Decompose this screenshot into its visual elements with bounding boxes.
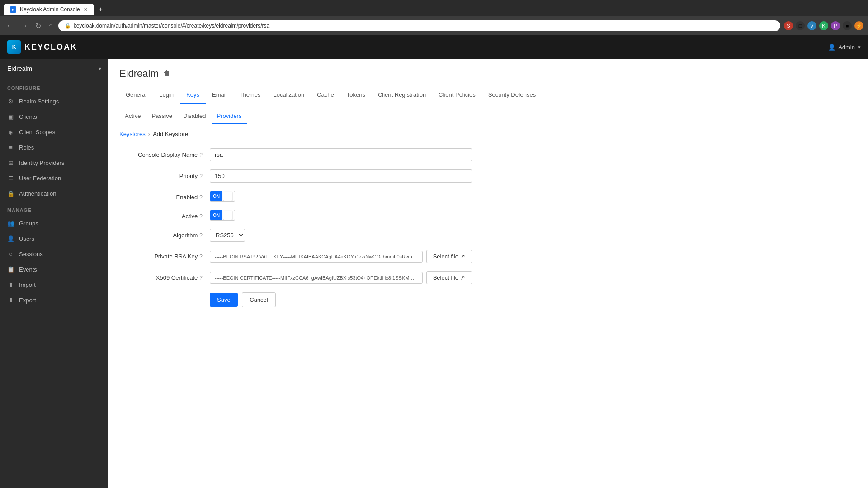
user-menu[interactable]: 👤 Admin ▾ — [828, 44, 861, 51]
tab-title: Keycloak Admin Console — [20, 6, 80, 13]
sub-tab-providers[interactable]: Providers — [212, 109, 247, 124]
cancel-button[interactable]: Cancel — [242, 292, 275, 307]
forward-button[interactable]: → — [19, 20, 30, 32]
priority-control — [210, 169, 472, 183]
tab-themes[interactable]: Themes — [233, 87, 267, 104]
sidebar-item-users[interactable]: 👤 Users — [0, 231, 108, 246]
home-button[interactable]: ⌂ — [47, 20, 55, 32]
enabled-toggle-group: ON — [210, 191, 472, 202]
tab-close-button[interactable]: ✕ — [84, 7, 88, 13]
private-rsa-key-select-file-button[interactable]: Select file ↗ — [426, 250, 472, 263]
extension-icon-5[interactable]: P — [831, 21, 840, 30]
enabled-toggle[interactable]: ON — [210, 191, 235, 202]
enabled-toggle-on-label: ON — [210, 191, 222, 201]
active-tab[interactable]: K Keycloak Admin Console ✕ — [4, 4, 94, 15]
extension-icon-7[interactable]: ⚡ — [854, 21, 863, 30]
realm-name: Eidrealm — [7, 65, 32, 72]
sub-tab-disabled[interactable]: Disabled — [178, 109, 212, 124]
keystores-breadcrumb-link[interactable]: Keystores — [119, 131, 146, 137]
address-bar[interactable]: 🔒 keycloak.domain/auth/admin/master/cons… — [58, 20, 780, 31]
x509-cert-file-group: -----BEGIN CERTIFICATE-----MIIFxzCCA6+gA… — [210, 271, 472, 284]
x509-cert-help-icon[interactable]: ? — [199, 275, 203, 281]
form-buttons: Save Cancel — [210, 292, 472, 307]
tab-client-policies[interactable]: Client Policies — [432, 87, 482, 104]
nav-bar: ← → ↻ ⌂ 🔒 keycloak.domain/auth/admin/mas… — [0, 16, 868, 35]
tab-login[interactable]: Login — [153, 87, 180, 104]
tab-client-registration[interactable]: Client Registration — [372, 87, 432, 104]
main-content: Eidrealm 🗑 General Login Keys Email Them… — [108, 59, 868, 488]
sidebar-item-identity-providers[interactable]: ⊞ Identity Providers — [0, 155, 108, 170]
tab-email[interactable]: Email — [206, 87, 233, 104]
back-button[interactable]: ← — [5, 20, 15, 32]
sidebar-item-roles[interactable]: ≡ Roles — [0, 140, 108, 155]
sidebar-item-client-scopes[interactable]: ◈ Client Scopes — [0, 124, 108, 140]
priority-input[interactable] — [210, 169, 472, 183]
algorithm-select[interactable]: RS256 RS384 RS512 PS256 PS384 PS512 — [210, 229, 245, 242]
tab-bar: K Keycloak Admin Console ✕ + — [0, 0, 868, 16]
page-title: Eidrealm — [119, 68, 159, 80]
browser-extensions: S □ V K P ■ ⚡ — [784, 21, 863, 30]
realm-settings-icon: ⚙ — [7, 98, 14, 105]
extension-icon-2[interactable]: □ — [796, 21, 805, 30]
console-display-name-help-icon[interactable]: ? — [199, 152, 203, 158]
export-icon: ⬇ — [7, 296, 14, 304]
realm-selector[interactable]: Eidrealm ▾ — [0, 59, 108, 79]
sidebar-item-events[interactable]: 📋 Events — [0, 262, 108, 277]
active-help-icon[interactable]: ? — [199, 213, 203, 220]
x509-cert-text: -----BEGIN CERTIFICATE-----MIIFxzCCA6+gA… — [210, 272, 423, 284]
priority-label: Priority ? — [119, 169, 210, 179]
x509-cert-label: X509 Certificate ? — [119, 271, 210, 281]
private-rsa-key-label: Private RSA Key ? — [119, 250, 210, 260]
authentication-icon: 🔒 — [7, 190, 14, 197]
extension-icon-4[interactable]: K — [819, 21, 828, 30]
console-display-name-input[interactable] — [210, 148, 472, 161]
sidebar-item-clients[interactable]: ▣ Clients — [0, 109, 108, 124]
user-label: Admin — [838, 44, 855, 51]
groups-icon: 👥 — [7, 220, 14, 227]
extension-icon-3[interactable]: V — [807, 21, 816, 30]
delete-realm-button[interactable]: 🗑 — [163, 70, 170, 78]
configure-section-label: Configure — [0, 79, 108, 94]
priority-help-icon[interactable]: ? — [199, 173, 203, 179]
save-button[interactable]: Save — [210, 293, 238, 307]
page-title-row: Eidrealm 🗑 — [119, 68, 857, 80]
sub-tab-passive[interactable]: Passive — [146, 109, 178, 124]
sidebar-item-user-federation[interactable]: ☰ User Federation — [0, 170, 108, 186]
sidebar-item-import[interactable]: ⬆ Import — [0, 277, 108, 292]
private-rsa-key-help-icon[interactable]: ? — [199, 253, 203, 260]
tab-security-defenses[interactable]: Security Defenses — [482, 87, 542, 104]
app-body: Eidrealm ▾ Configure ⚙ Realm Settings ▣ … — [0, 59, 868, 488]
sidebar-label-realm-settings: Realm Settings — [19, 98, 59, 105]
sidebar-item-groups[interactable]: 👥 Groups — [0, 216, 108, 231]
algorithm-help-icon[interactable]: ? — [199, 232, 203, 239]
tab-keys[interactable]: Keys — [180, 87, 206, 104]
tab-localization[interactable]: Localization — [267, 87, 311, 104]
refresh-button[interactable]: ↻ — [33, 20, 43, 32]
active-toggle-on-label: ON — [210, 210, 222, 220]
x509-cert-row: X509 Certificate ? -----BEGIN CERTIFICAT… — [119, 271, 857, 284]
sub-tab-active[interactable]: Active — [119, 109, 146, 124]
sidebar-item-authentication[interactable]: 🔒 Authentication — [0, 186, 108, 201]
sidebar-item-realm-settings[interactable]: ⚙ Realm Settings — [0, 94, 108, 109]
select-file-icon: ↗ — [460, 253, 465, 260]
extension-icon-6[interactable]: ■ — [843, 21, 852, 30]
sidebar-item-export[interactable]: ⬇ Export — [0, 292, 108, 308]
realm-chevron-icon: ▾ — [99, 66, 101, 72]
tab-tokens[interactable]: Tokens — [340, 87, 372, 104]
private-rsa-key-text: -----BEGIN RSA PRIVATE KEY-----MIIJKAIBA… — [210, 251, 423, 263]
enabled-help-icon[interactable]: ? — [199, 194, 203, 201]
breadcrumb-current: Add Keystore — [153, 131, 188, 137]
tab-general[interactable]: General — [119, 87, 153, 104]
x509-cert-select-file-button[interactable]: Select file ↗ — [426, 271, 472, 284]
lock-icon: 🔒 — [65, 23, 71, 29]
enabled-control: ON — [210, 191, 472, 202]
new-tab-button[interactable]: + — [96, 5, 105, 14]
algorithm-control: RS256 RS384 RS512 PS256 PS384 PS512 — [210, 229, 472, 242]
extension-icon-1[interactable]: S — [784, 21, 793, 30]
tab-cache[interactable]: Cache — [311, 87, 340, 104]
active-toggle[interactable]: ON — [210, 210, 235, 221]
sidebar-item-sessions[interactable]: ○ Sessions — [0, 246, 108, 262]
sessions-icon: ○ — [7, 250, 14, 258]
url-text: keycloak.domain/auth/admin/master/consol… — [74, 23, 774, 29]
active-label: Active ? — [119, 210, 210, 220]
